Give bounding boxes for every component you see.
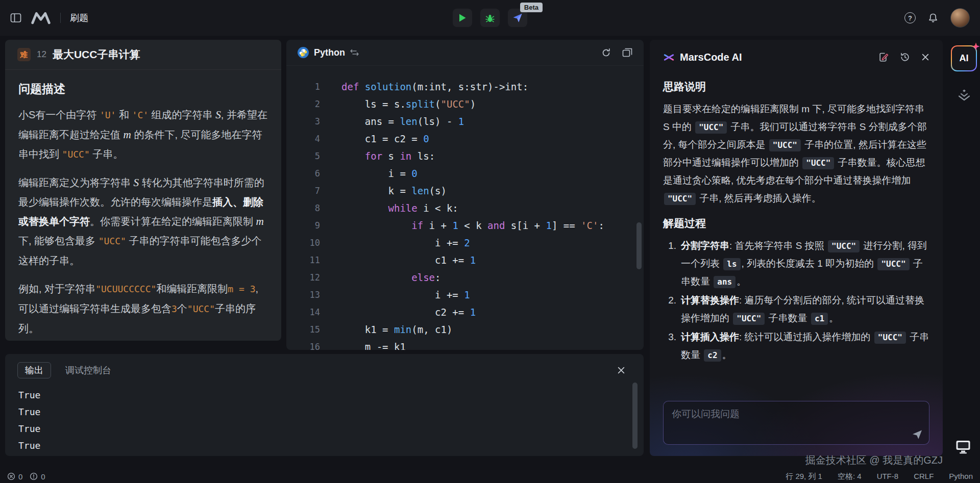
text-segment: if: [411, 220, 423, 231]
statusbar-item[interactable]: CRLF: [914, 472, 934, 481]
code-line[interactable]: 2 ls = s.split("UCC"): [286, 95, 644, 113]
code-line[interactable]: 6 i = 0: [286, 165, 644, 182]
ai-body: 思路说明 题目要求在给定的编辑距离限制 m 下, 尽可能多地找到字符串 S 中的…: [650, 69, 943, 364]
code-line[interactable]: 3 ans = len(ls) - 1: [286, 113, 644, 130]
difficulty-badge: 难: [17, 48, 31, 61]
help-icon[interactable]: ?: [904, 12, 916, 23]
text-segment: S: [215, 109, 221, 121]
output-line: True: [18, 437, 630, 454]
problem-body: 问题描述 小S有一个由字符 'U' 和 'C' 组成的字符串 S, 并希望在编辑…: [5, 70, 281, 338]
screen-share-icon[interactable]: [955, 440, 971, 454]
problem-id: 12: [37, 49, 46, 60]
step-content: 计算替换操作: 遍历每个分割后的部分, 统计可以通过替换操作增加的 "UCC" …: [681, 291, 929, 327]
ai-intro-heading: 思路说明: [663, 80, 929, 94]
output-scrollbar-thumb[interactable]: [632, 383, 638, 449]
text-segment: c2: [704, 349, 721, 362]
line-number: 4: [286, 130, 320, 147]
text-segment: [341, 220, 411, 231]
tab-output[interactable]: 输出: [17, 362, 51, 378]
code-line[interactable]: 9 if i + 1 < k and s[i + 1] == 'C':: [286, 217, 644, 234]
code-area[interactable]: 1def solution(m:int, s:str)->int:2 ls = …: [286, 66, 644, 350]
text-segment: ] ==: [552, 220, 581, 231]
ai-header: MarsCode AI: [650, 40, 943, 69]
text-segment: 'C': [132, 110, 149, 120]
code-line[interactable]: 10 i += 2: [286, 234, 644, 251]
text-segment: 'U': [100, 110, 116, 120]
notifications-bell-icon[interactable]: [928, 13, 938, 23]
language-switch-icon[interactable]: [350, 49, 359, 56]
statusbar-item[interactable]: UTF-8: [877, 472, 899, 481]
step-number: 3.: [663, 328, 676, 364]
panel-toggle-icon[interactable]: [10, 13, 21, 23]
code-line[interactable]: 14 c2 += 1: [286, 303, 644, 321]
problem-paragraph: 小S有一个由字符 'U' 和 'C' 组成的字符串 S, 并希望在编辑距离不超过…: [18, 105, 268, 164]
code-line[interactable]: 1def solution(m:int, s:str)->int:: [286, 78, 644, 95]
text-segment: "UCC": [187, 303, 215, 314]
close-ai-panel-icon[interactable]: [921, 53, 929, 61]
text-segment: "UCC": [874, 332, 906, 344]
text-segment: (ls) -: [418, 116, 458, 127]
line-number: 11: [286, 251, 320, 269]
text-segment: ls = s.: [341, 98, 406, 110]
submit-button[interactable]: Beta: [508, 9, 527, 27]
history-icon[interactable]: [900, 52, 910, 62]
ai-question-input[interactable]: [664, 401, 929, 444]
code-line[interactable]: 15 k1 = min(m, c1): [286, 321, 644, 338]
text-segment: 组成的字符串: [149, 109, 215, 120]
user-avatar[interactable]: [950, 8, 970, 28]
text-segment: (: [435, 98, 440, 110]
text-segment: "UCC": [99, 236, 126, 246]
code-text: i += 1: [341, 286, 470, 303]
debug-button[interactable]: [480, 9, 500, 27]
code-text: c1 += 1: [341, 251, 476, 269]
step-number: 1.: [663, 237, 676, 290]
language-label[interactable]: Python: [314, 47, 345, 58]
text-segment: 1: [452, 220, 458, 231]
restore-layout-icon[interactable]: [622, 48, 632, 57]
ai-step: 1.分割字符串: 首先将字符串 S 按照 "UCC" 进行分割, 得到一个列表 …: [663, 237, 929, 290]
topbar-left: 刷题: [10, 11, 88, 24]
refresh-code-icon[interactable]: [601, 48, 611, 58]
ai-intro: 题目要求在给定的编辑距离限制 m 下, 尽可能多地找到字符串 S 中的 "UCC…: [663, 100, 929, 207]
text-segment: len: [411, 185, 429, 196]
feedback-edit-icon[interactable]: [878, 52, 889, 62]
text-segment: 1: [458, 116, 464, 127]
problems-indicator[interactable]: 0 0: [7, 472, 50, 481]
code-line[interactable]: 7 k = len(s): [286, 182, 644, 199]
code-line[interactable]: 8 while i < k:: [286, 199, 644, 217]
statusbar-item[interactable]: 行 29, 列 1: [786, 472, 822, 481]
text-segment: 0: [423, 133, 429, 144]
code-line[interactable]: 16 m -= k1: [286, 338, 644, 350]
juejin-extension-icon[interactable]: [958, 89, 971, 101]
ai-header-actions: [878, 52, 929, 62]
text-segment: min: [394, 324, 411, 335]
code-text: def solution(m:int, s:str)->int:: [341, 78, 528, 95]
text-segment: "UCC": [733, 313, 765, 325]
code-line[interactable]: 11 c1 += 1: [286, 251, 644, 269]
ai-assistant-button[interactable]: AI: [951, 45, 977, 71]
text-segment: [341, 202, 388, 214]
code-line[interactable]: 13 i += 1: [286, 286, 644, 303]
editor-scrollbar-thumb[interactable]: [636, 222, 642, 269]
run-button[interactable]: [453, 9, 472, 27]
code-line[interactable]: 12 else:: [286, 269, 644, 286]
line-number: 7: [286, 182, 320, 199]
close-output-icon[interactable]: [617, 366, 631, 374]
marscode-ai-star-icon: [663, 52, 675, 63]
text-segment: 'C': [581, 220, 598, 231]
text-segment: [341, 272, 411, 283]
topbar-right: ?: [904, 8, 970, 28]
line-number: 2: [286, 95, 320, 113]
text-segment: and: [487, 220, 505, 231]
statusbar-item[interactable]: Python: [949, 472, 973, 481]
code-line[interactable]: 5 for s in ls:: [286, 147, 644, 165]
topbar: 刷题 Beta ?: [0, 0, 980, 36]
tab-debug-console[interactable]: 调试控制台: [65, 364, 111, 376]
code-line[interactable]: 4 c1 = c2 = 0: [286, 130, 644, 147]
send-message-icon[interactable]: [912, 429, 923, 440]
text-segment: c1 +=: [341, 255, 470, 266]
text-segment: "UCC": [441, 98, 470, 110]
code-text: ls = s.split("UCC"): [341, 95, 476, 113]
statusbar-item[interactable]: 空格: 4: [838, 472, 862, 481]
line-number: 12: [286, 269, 320, 286]
